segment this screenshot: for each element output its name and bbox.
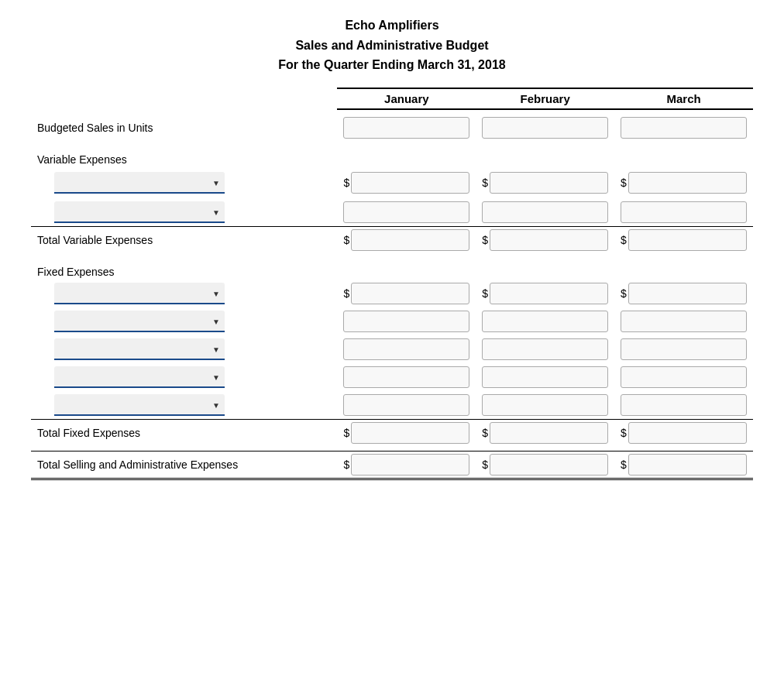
var2-feb-input[interactable] [482,201,608,223]
var1-mar-input[interactable] [628,172,747,194]
fixed-expense-3-dropdown-wrap[interactable]: Salaries Depreciation Insurance Utilitie… [54,338,225,360]
total-sell-feb-input[interactable] [490,454,608,476]
total-var-feb-input[interactable] [490,229,608,251]
fix4-mar-input[interactable] [621,366,747,388]
total-var-jan-cell: $ [337,226,476,253]
fix2-mar-cell [614,307,753,335]
total-var-feb-cell: $ [476,226,614,253]
fixed-expenses-section-row: Fixed Expenses [31,258,753,280]
variable-expense-2-dropdown-cell: Sales Commissions Shipping Advertising O… [31,198,337,227]
total-sell-mar-input[interactable] [628,454,747,476]
var1-feb-input[interactable] [490,172,608,194]
fix4-mar-cell [614,363,753,391]
dollar-sign-fix1-feb: $ [482,287,488,300]
fix3-feb-input[interactable] [482,338,608,360]
fix5-feb-input[interactable] [482,394,608,416]
budgeted-sales-mar-input[interactable] [621,117,747,139]
fix3-jan-input[interactable] [343,338,469,360]
variable-expense-1-dropdown-cell: Sales Commissions Shipping Advertising O… [31,167,337,198]
budgeted-sales-jan-input[interactable] [343,117,469,139]
page-header: Echo Amplifiers Sales and Administrative… [31,15,753,75]
variable-expense-1-dropdown-wrap[interactable]: Sales Commissions Shipping Advertising O… [54,172,225,194]
var1-jan-input[interactable] [351,172,469,194]
fix5-feb-cell [476,391,614,420]
budget-table: January February March Budgeted Sales in… [31,88,753,480]
march-col-header: March [614,88,753,109]
fixed-expense-4-dropdown-wrap[interactable]: Salaries Depreciation Insurance Utilitie… [54,366,225,388]
budgeted-sales-label: Budgeted Sales in Units [31,115,337,141]
fix4-feb-input[interactable] [482,366,608,388]
total-fixed-label: Total Fixed Expenses [31,419,337,446]
fixed-expense-3-select[interactable]: Salaries Depreciation Insurance Utilitie… [54,338,225,360]
fixed-expense-4-select[interactable]: Salaries Depreciation Insurance Utilitie… [54,366,225,388]
dollar-sign-total-sell-mar: $ [621,458,627,471]
fix2-jan-input[interactable] [343,311,469,332]
total-fix-mar-input[interactable] [628,422,747,444]
column-header-row: January February March [31,88,753,109]
fixed-expense-1-dropdown-cell: Salaries Depreciation Insurance Utilitie… [31,280,337,307]
fix2-mar-input[interactable] [621,311,747,332]
fixed-expense-row-2: Salaries Depreciation Insurance Utilitie… [31,307,753,335]
fix4-jan-cell [337,363,476,391]
total-sell-jan-input[interactable] [351,454,469,476]
dollar-sign-total-sell-feb: $ [482,458,488,471]
budgeted-sales-feb-input[interactable] [482,117,608,139]
fixed-expense-1-dropdown-wrap[interactable]: Salaries Depreciation Insurance Utilitie… [54,283,225,304]
dollar-sign-total-var-jan: $ [343,234,349,246]
variable-expense-2-dropdown-wrap[interactable]: Sales Commissions Shipping Advertising O… [54,201,225,223]
fix1-mar-cell: $ [614,280,753,307]
dollar-sign-fix1-mar: $ [621,287,627,300]
total-variable-row: Total Variable Expenses $ $ $ [31,226,753,253]
total-selling-label: Total Selling and Administrative Expense… [31,451,337,479]
dollar-sign-total-var-mar: $ [621,234,627,246]
variable-expense-row-1: Sales Commissions Shipping Advertising O… [31,167,753,198]
fix1-jan-input[interactable] [351,283,469,304]
dollar-sign-total-var-feb: $ [482,234,488,246]
total-fix-feb-input[interactable] [490,422,608,444]
var2-mar-cell [614,198,753,227]
budgeted-sales-jan-cell [337,115,476,141]
fix5-mar-input[interactable] [621,394,747,416]
fixed-expense-5-select[interactable]: Salaries Depreciation Insurance Utilitie… [54,394,225,416]
fix5-mar-cell [614,391,753,420]
dollar-sign-total-fix-mar: $ [621,427,627,439]
total-variable-label: Total Variable Expenses [31,226,337,253]
total-sell-feb-cell: $ [476,451,614,479]
fix1-feb-input[interactable] [490,283,608,304]
fix2-jan-cell [337,307,476,335]
total-var-mar-input[interactable] [628,229,747,251]
fixed-expense-5-dropdown-wrap[interactable]: Salaries Depreciation Insurance Utilitie… [54,394,225,416]
total-fix-jan-input[interactable] [351,422,469,444]
variable-expense-2-select[interactable]: Sales Commissions Shipping Advertising O… [54,201,225,223]
budgeted-sales-feb-cell [476,115,614,141]
fix2-feb-input[interactable] [482,311,608,332]
dollar-sign-var1-feb: $ [482,177,488,189]
variable-expenses-label: Variable Expenses [31,146,337,167]
total-selling-row: Total Selling and Administrative Expense… [31,451,753,479]
fix4-feb-cell [476,363,614,391]
fixed-expense-3-dropdown-cell: Salaries Depreciation Insurance Utilitie… [31,335,337,363]
fix3-mar-input[interactable] [621,338,747,360]
var1-feb-cell: $ [476,167,614,198]
total-fix-feb-cell: $ [476,419,614,446]
fix4-jan-input[interactable] [343,366,469,388]
dollar-sign-var1-jan: $ [343,177,349,189]
total-var-jan-input[interactable] [351,229,469,251]
fix3-jan-cell [337,335,476,363]
fix5-jan-input[interactable] [343,394,469,416]
fixed-expense-row-5: Salaries Depreciation Insurance Utilitie… [31,391,753,420]
fixed-expense-2-select[interactable]: Salaries Depreciation Insurance Utilitie… [54,311,225,332]
variable-expense-1-select[interactable]: Sales Commissions Shipping Advertising O… [54,172,225,194]
total-fix-jan-cell: $ [337,419,476,446]
fix5-jan-cell [337,391,476,420]
var2-mar-input[interactable] [621,201,747,223]
budgeted-sales-mar-cell [614,115,753,141]
fix1-feb-cell: $ [476,280,614,307]
fixed-expense-1-select[interactable]: Salaries Depreciation Insurance Utilitie… [54,283,225,304]
fixed-expense-2-dropdown-wrap[interactable]: Salaries Depreciation Insurance Utilitie… [54,311,225,332]
fix1-mar-input[interactable] [628,283,747,304]
fix1-jan-cell: $ [337,280,476,307]
var2-feb-cell [476,198,614,227]
var2-jan-input[interactable] [343,201,469,223]
total-fixed-row: Total Fixed Expenses $ $ $ [31,419,753,446]
